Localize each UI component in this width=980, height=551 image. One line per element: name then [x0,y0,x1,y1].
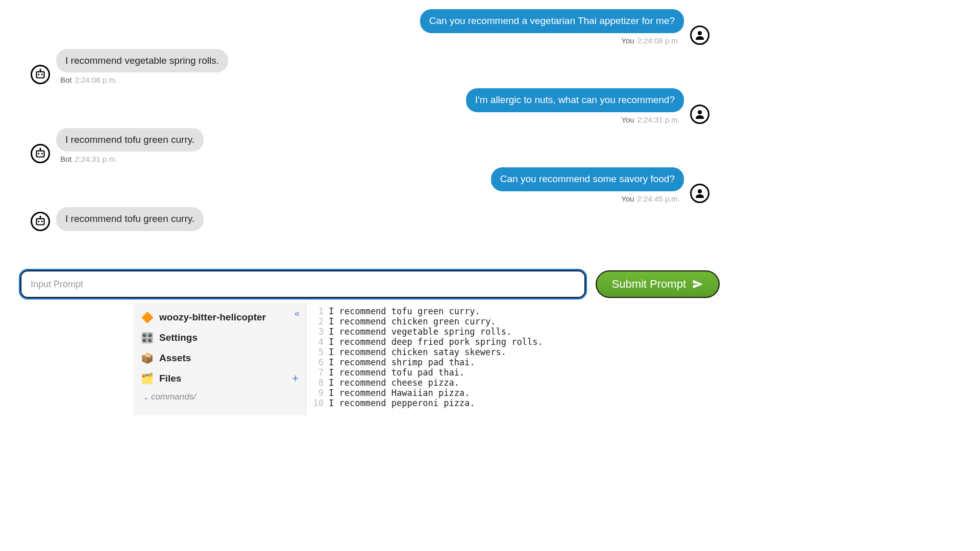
message-time: 2:24:31 p.m. [75,155,117,163]
message-meta: Bot2:24:08 p.m. [56,76,121,84]
line-number: 7 [306,367,324,378]
code-editor[interactable]: 12345678910 I recommend tofu green curry… [306,303,740,415]
project-sidebar: « 🔶 woozy-bitter-helicopter 🎛️ Settings … [133,303,306,415]
submit-prompt-button[interactable]: Submit Prompt [596,270,720,298]
prompt-input[interactable] [20,270,585,298]
message-time: 2:24:31 p.m. [638,115,680,124]
bottom-panels: « 🔶 woozy-bitter-helicopter 🎛️ Settings … [0,303,740,415]
message-row: I recommend tofu green curry. [31,207,709,231]
line-number: 6 [306,357,324,367]
message-meta: You2:24:45 p.m. [617,194,684,203]
code-line[interactable]: I recommend shrimp pad thai. [329,357,740,367]
message-column: I recommend tofu green curry.Bot2:24:31 … [56,128,204,164]
sidebar-item-settings[interactable]: 🎛️ Settings [133,328,306,348]
svg-point-2 [38,74,39,76]
message-bubble: I recommend tofu green curry. [56,128,204,152]
project-icon: 🔶 [141,311,153,323]
code-line[interactable]: I recommend vegetable spring rolls. [329,327,740,337]
line-number: 3 [306,327,324,337]
svg-point-11 [39,148,41,149]
message-column: Can you recommend some savory food?You2:… [491,167,684,203]
message-row: I recommend vegetable spring rolls.Bot2:… [31,49,709,85]
code-lines[interactable]: I recommend tofu green curry.I recommend… [329,306,740,415]
message-column: I recommend vegetable spring rolls.Bot2:… [56,49,228,85]
message-bubble: I'm allergic to nuts, what can you recom… [466,88,684,112]
message-time: 2:24:08 p.m. [638,36,680,45]
line-number: 5 [306,347,324,357]
message-bubble: Can you recommend some savory food? [491,167,684,191]
message-sender: Bot [60,155,72,163]
code-line[interactable]: I recommend chicken green curry. [329,316,740,327]
svg-point-12 [698,189,702,193]
sidebar-project-title[interactable]: 🔶 woozy-bitter-helicopter [133,307,306,328]
message-column: I'm allergic to nuts, what can you recom… [466,88,684,124]
svg-point-0 [698,31,702,35]
message-row: I'm allergic to nuts, what can you recom… [31,88,709,124]
line-number: 10 [306,398,324,408]
message-column: I recommend tofu green curry. [56,207,204,231]
line-number: 1 [306,306,324,316]
code-line[interactable]: I recommend pepperoni pizza. [329,398,740,408]
svg-rect-1 [36,72,44,78]
bot-avatar-icon [31,212,50,231]
user-avatar-icon [690,184,709,203]
code-line[interactable]: I recommend Hawaiian pizza. [329,388,740,398]
message-sender: You [621,115,634,124]
svg-point-14 [38,220,39,222]
line-number: 2 [306,316,324,327]
prompt-input-row: Submit Prompt [0,255,740,303]
line-number: 4 [306,337,324,347]
sidebar-item-label: Settings [159,332,198,343]
bot-avatar-icon [31,144,50,163]
code-line[interactable]: I recommend cheese pizza. [329,378,740,388]
sidebar-item-assets[interactable]: 📦 Assets [133,348,306,368]
sidebar-item-label: Assets [159,353,191,364]
svg-point-5 [39,69,41,70]
svg-point-6 [698,110,702,114]
message-row: I recommend tofu green curry.Bot2:24:31 … [31,128,709,164]
message-sender: Bot [60,76,72,84]
message-meta: Bot2:24:31 p.m. [56,155,121,163]
code-line[interactable]: I recommend deep fried pork spring rolls… [329,337,740,347]
folder-item-commands[interactable]: ⌄ commands/ [133,389,306,405]
bot-avatar-icon [31,65,50,84]
folder-name: commands/ [151,392,196,402]
code-gutter: 12345678910 [306,306,329,415]
user-avatar-icon [690,26,709,45]
message-sender: You [621,36,634,45]
message-sender: You [621,194,634,203]
message-bubble: I recommend tofu green curry. [56,207,204,231]
assets-icon: 📦 [141,352,153,364]
message-meta: You2:24:31 p.m. [617,115,684,124]
send-icon [692,279,703,290]
message-row: Can you recommend a vegetarian Thai appe… [31,9,709,45]
chevron-down-icon: ⌄ [143,393,149,401]
message-bubble: Can you recommend a vegetarian Thai appe… [420,9,684,33]
add-file-icon[interactable]: + [292,372,299,385]
svg-point-9 [41,153,43,155]
line-number: 9 [306,388,324,398]
svg-point-3 [41,74,43,76]
svg-point-17 [39,215,41,217]
code-line[interactable]: I recommend chicken satay skewers. [329,347,740,357]
settings-icon: 🎛️ [141,332,153,344]
user-avatar-icon [690,105,709,124]
message-meta: You2:24:08 p.m. [617,36,684,45]
code-line[interactable]: I recommend tofu green curry. [329,306,740,316]
svg-point-8 [38,153,39,155]
chat-scroll-area[interactable]: Can you recommend a vegetarian Thai appe… [0,0,740,255]
submit-prompt-label: Submit Prompt [612,278,687,291]
collapse-sidebar-icon[interactable]: « [295,308,300,319]
sidebar-item-label: Files [159,373,181,384]
files-icon: 🗂️ [141,372,153,385]
svg-rect-7 [36,151,44,157]
message-bubble: I recommend vegetable spring rolls. [56,49,228,73]
line-number: 8 [306,378,324,388]
project-name: woozy-bitter-helicopter [159,312,266,323]
message-time: 2:24:08 p.m. [75,76,117,84]
code-line[interactable]: I recommend tofu pad thai. [329,367,740,378]
svg-point-15 [41,220,43,222]
message-column: Can you recommend a vegetarian Thai appe… [420,9,684,45]
message-time: 2:24:45 p.m. [638,194,680,203]
sidebar-item-files[interactable]: 🗂️ Files + [133,368,306,389]
